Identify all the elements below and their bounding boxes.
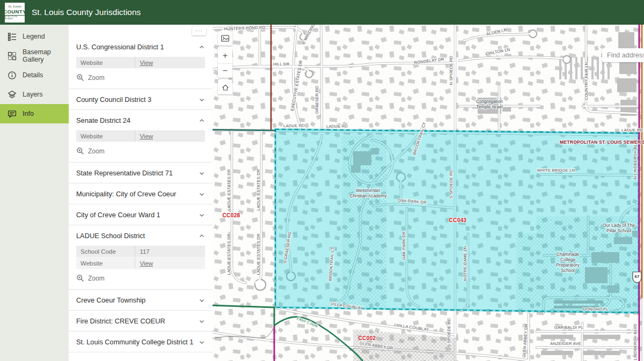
sidebar-navigation: LegendBasemap GalleryDetailsLayersInfo	[0, 25, 69, 361]
panel-section: Municipality: City of Creve Coeur	[69, 183, 213, 204]
street-label: LADUE ESTATES DR	[256, 233, 261, 275]
highway-shield-67: 67	[633, 272, 641, 283]
street-label: WHITE BRIDGE LN	[537, 168, 575, 173]
panel-section: U.S. Congressional District 1WebsiteView…	[69, 36, 213, 89]
sidebar-item-label: Details	[23, 71, 43, 79]
sidebar-item-details[interactable]: Details	[0, 65, 69, 85]
section-title: County Council District 3	[76, 95, 151, 104]
media-capture-button[interactable]	[218, 31, 232, 46]
zoom-to-feature-button[interactable]: Zoom	[76, 274, 205, 282]
street-label: LADUE ESTATES DR	[256, 169, 261, 210]
sidebar-item-label: Legend	[23, 33, 45, 40]
details-icon	[8, 71, 17, 80]
chevron-down-icon[interactable]	[199, 318, 205, 325]
sidebar-item-legend[interactable]: Legend	[0, 27, 69, 46]
basemap-icon	[8, 51, 17, 61]
table-row: WebsiteView	[76, 130, 205, 142]
section-header[interactable]: Senate District 24	[69, 110, 213, 130]
panel-section: State Representative District 71	[69, 163, 213, 183]
app-header: St. Louis COUNTY ELECTION BOARD St. Loui…	[0, 0, 644, 25]
zoom-label: Zoom	[88, 275, 105, 282]
chevron-down-icon[interactable]	[199, 339, 205, 345]
attribute-table: WebsiteView	[76, 130, 205, 142]
county-election-board-logo: St. Louis COUNTY ELECTION BOARD	[5, 3, 25, 23]
chevron-down-icon[interactable]	[199, 170, 205, 176]
street-label: LADUE ESTATES DR	[226, 233, 231, 275]
sidebar-item-basemap[interactable]: Basemap Gallery	[0, 46, 69, 65]
section-title: Senate District 24	[76, 116, 130, 124]
sidebar-item-label: Layers	[23, 91, 43, 98]
chevron-down-icon[interactable]	[199, 297, 205, 304]
chevron-up-icon[interactable]	[199, 233, 205, 239]
field-value: 117	[135, 248, 205, 255]
street-label: HILL DR	[273, 62, 290, 67]
info-icon	[8, 109, 17, 119]
sidebar-item-label: Basemap Gallery	[23, 48, 69, 63]
sidebar-item-layers[interactable]: Layers	[0, 85, 69, 104]
panel-section: St. Louis Community College District 1	[69, 331, 213, 352]
section-title: City of Creve Coeur Ward 1	[76, 211, 160, 219]
panel-section: LADUE School DistrictSchool Code117Websi…	[69, 225, 213, 290]
view-link[interactable]: View	[135, 133, 205, 139]
section-header[interactable]: U.S. Congressional District 1	[69, 36, 213, 57]
panel-section: County Council District 3	[69, 89, 213, 110]
view-link[interactable]: View	[135, 60, 205, 66]
application-window: St. Louis COUNTY ELECTION BOARD St. Loui…	[0, 0, 644, 361]
logo-script-text: St. Louis	[8, 5, 21, 9]
zoom-to-feature-button[interactable]: Zoom	[76, 147, 205, 155]
magnifier-zoom-icon	[76, 147, 84, 155]
view-link[interactable]: View	[135, 260, 205, 267]
sidebar-item-label: Info	[23, 110, 34, 117]
street-label: LADUE RD	[326, 124, 348, 129]
section-title: U.S. Congressional District 1	[76, 43, 164, 51]
street-label: OAK PARK DR	[401, 231, 406, 260]
chevron-down-icon[interactable]	[199, 97, 205, 103]
map-view[interactable]: HUNTERS POND RDE WINDINGHILL DRRONDELAY …	[213, 25, 644, 361]
panel-section: Fire District: CREVE COEUR	[69, 311, 213, 331]
chevron-up-icon[interactable]	[199, 117, 205, 124]
panel-section: City of Creve Coeur Ward 1	[69, 204, 213, 225]
place-label: Our Lady of ThePillar School	[603, 223, 635, 233]
street-label: GARIBALDI PL	[554, 325, 583, 330]
street-label: ANZEIGER AVE	[550, 341, 581, 346]
sewer-district-label: METROPOLITAN ST. LOUIS SEWER DISTRICT	[560, 139, 644, 145]
section-header[interactable]: County Council District 3	[69, 89, 213, 109]
section-title: Fire District: CREVE COEUR	[76, 317, 165, 325]
svg-text:67: 67	[635, 274, 640, 279]
field-label: Website	[76, 130, 135, 142]
info-panel: ··· U.S. Congressional District 1Website…	[69, 25, 213, 361]
table-row: WebsiteView	[76, 257, 205, 269]
section-header[interactable]: St. Louis Community College District 1	[69, 331, 213, 352]
place-label: CongregationTemple Israel	[476, 99, 503, 109]
section-header[interactable]: Fire District: CREVE COEUR	[69, 311, 213, 331]
section-title: Creve Coeur Township	[76, 296, 145, 304]
main-content-row: LegendBasemap GalleryDetailsLayersInfo ·…	[0, 25, 644, 361]
street-label: S SPOEDE RD	[449, 170, 453, 198]
magnifier-zoom-icon	[76, 274, 84, 282]
zoom-in-button[interactable]: +	[218, 49, 232, 64]
zoom-out-button[interactable]: −	[218, 64, 232, 78]
section-header[interactable]: Creve Coeur Township	[69, 290, 213, 310]
home-extent-button[interactable]	[218, 80, 232, 94]
section-header[interactable]: City of Creve Coeur Ward 1	[69, 204, 213, 225]
zoom-to-feature-button[interactable]: Zoom	[76, 73, 205, 82]
media-icon	[221, 34, 230, 43]
home-icon	[221, 83, 230, 92]
section-title: St. Louis Community College District 1	[76, 338, 193, 346]
section-header[interactable]: State Representative District 71	[69, 163, 213, 183]
panel-sections: U.S. Congressional District 1WebsiteView…	[69, 36, 213, 352]
panel-options-button[interactable]: ···	[192, 27, 206, 35]
section-title: LADUE School District	[76, 232, 145, 240]
street-label: N SPOEDE RD	[449, 55, 453, 85]
chevron-down-icon[interactable]	[199, 212, 205, 218]
chevron-down-icon[interactable]	[199, 191, 205, 197]
section-header[interactable]: LADUE School District	[69, 225, 213, 246]
chevron-up-icon[interactable]	[199, 44, 205, 50]
section-header[interactable]: Municipality: City of Creve Coeur	[69, 183, 213, 204]
search-input[interactable]	[602, 48, 644, 62]
zoom-control-group: + −	[218, 49, 232, 78]
street-label: S LINDBERGH BLVD	[633, 323, 638, 361]
map-canvas[interactable]: HUNTERS POND RDE WINDINGHILL DRRONDELAY …	[213, 25, 644, 361]
sidebar-item-info[interactable]: Info	[0, 104, 69, 123]
boundary-teal-ladue	[213, 130, 275, 130]
